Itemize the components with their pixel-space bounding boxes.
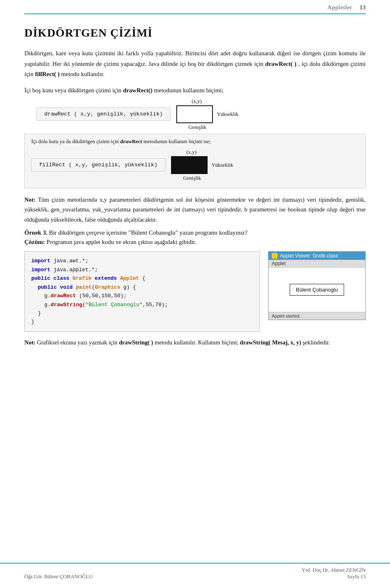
example-text: Bir dikdörtgen çerçeve içerisine "Bülent… xyxy=(48,229,248,236)
drawrect-diagram: drawRect ( x,y, genişlik, yükseklik) (x,… xyxy=(37,98,366,131)
code-line1: import java.awt.*; xyxy=(31,257,253,265)
fillrect-text-normal: İçi dolu kutu ya da dikdörtgen çizimi iç… xyxy=(31,138,211,144)
header-bar: Appletler 13 xyxy=(24,0,366,14)
paragraph-1-text: Dikdörtgen, kare veya kutu çizimini iki … xyxy=(24,50,366,77)
code-line7: } xyxy=(31,309,253,318)
example-label: Örnek 3. xyxy=(24,229,48,236)
footer-note-text: Grafiksel ekrana yazı yazmak için drawSt… xyxy=(37,339,330,346)
code-line6: g.drawString("Bülent Çobanoglu",55,70); xyxy=(31,301,253,309)
footer-right-line2: Sayfa 13 xyxy=(302,573,366,580)
xy-label: (x,y) xyxy=(192,98,238,105)
fillrect-rect-row: Yükseklik xyxy=(171,156,233,174)
header-title: Appletler xyxy=(327,4,352,11)
code-block: import java.awt.*; import java.applet.*;… xyxy=(24,251,260,332)
solution-block: Çözüm: Programın java applet kodu ve ekr… xyxy=(24,239,366,246)
solution-text: Programın java applet kodu ve ekran çıkt… xyxy=(45,239,196,245)
applet-viewer: Applet Viewer: Grafik.class Applet Bülen… xyxy=(268,251,366,320)
drawrect-label-text: İçi boş kutu veya dikdörtgen çizimi için… xyxy=(24,87,223,94)
applet-menu: Applet xyxy=(272,261,286,266)
solution-label: Çözüm: xyxy=(24,239,45,245)
footer-right: Yrd. Doç.Dr. Ahmet ZENGİN Sayfa 13 xyxy=(302,567,366,580)
footer-right-line1: Yrd. Doç.Dr. Ahmet ZENGİN xyxy=(302,567,366,573)
code-line8: } xyxy=(31,318,253,326)
fillrect-diagram-section: İçi dolu kutu ya da dikdörtgen çizimi iç… xyxy=(24,134,366,188)
footer: Öğr.Gör. Bülent ÇOBANOĞLU Yrd. Doç.Dr. A… xyxy=(0,563,390,580)
note-text: Tüm çizim metotlarında x,y parametreleri… xyxy=(24,196,366,223)
applet-rect-text: Bülent Çobanoglu xyxy=(290,284,344,296)
drawrect-code-syntax: drawRect ( x,y, genişlik, yükseklik) xyxy=(37,107,171,121)
footer-note: Not: Grafiksel ekrana yazı yazmak için d… xyxy=(24,338,366,348)
yukseklik-label2: Yükseklik xyxy=(212,162,233,168)
paragraph-1: Dikdörtgen, kare veya kutu çizimini iki … xyxy=(24,48,366,80)
genislik-label2: Genişlik xyxy=(183,175,233,181)
drawrect-rect-row: Yükseklik xyxy=(176,105,238,123)
code-applet-row: import java.awt.*; import java.applet.*;… xyxy=(24,251,366,332)
drawrect-section-label: İçi boş kutu veya dikdörtgen çizimi için… xyxy=(24,87,366,94)
rect-filled xyxy=(171,156,208,174)
note-block: Not: Tüm çizim metotlarında x,y parametr… xyxy=(24,195,366,225)
applet-status: Applet started. xyxy=(269,312,365,320)
code-line4: public void paint(Graphics g) { xyxy=(31,283,253,292)
fillrect-code-syntax: fillRect ( x,y, genişlik, yükseklik) xyxy=(31,158,165,172)
fillrect-diagram: fillRect ( x,y, genişlik, yükseklik) (x,… xyxy=(31,149,359,181)
page: Appletler 13 DİKDÖRTGEN ÇİZİMİ Dikdörtge… xyxy=(0,0,390,588)
footer-left: Öğr.Gör. Bülent ÇOBANOĞLU xyxy=(24,573,93,580)
applet-menubar: Applet xyxy=(269,260,365,268)
applet-titlebar: Applet Viewer: Grafik.class xyxy=(269,252,365,260)
code-line2: import java.applet.*; xyxy=(31,266,253,274)
example-block: Örnek 3. Bir dikdörtgen çerçeve içerisin… xyxy=(24,229,366,236)
code-line3: public class Grafik extends Applet { xyxy=(31,274,253,283)
drawrect-annotation: (x,y) Yükseklik Genişlik xyxy=(176,98,238,131)
applet-icon xyxy=(272,253,277,259)
code-line5: g.drawRect (50,50,150,50); xyxy=(31,292,253,300)
fillrect-annotation: (x,y) Yükseklik Genişlik xyxy=(171,149,233,181)
yukseklik-label: Yükseklik xyxy=(217,111,238,118)
applet-canvas: Bülent Çobanoglu xyxy=(269,268,365,312)
rect-outline xyxy=(176,105,213,123)
applet-title: Applet Viewer: Grafik.class xyxy=(280,253,338,259)
genislik-label: Genişlik xyxy=(188,124,238,131)
chapter-title: DİKDÖRTGEN ÇİZİMİ xyxy=(24,26,366,39)
xy-label2: (x,y) xyxy=(186,149,233,155)
fillrect-section-text: İçi dolu kutu ya da dikdörtgen çizimi iç… xyxy=(31,138,359,145)
header-page-number: 13 xyxy=(360,4,366,11)
